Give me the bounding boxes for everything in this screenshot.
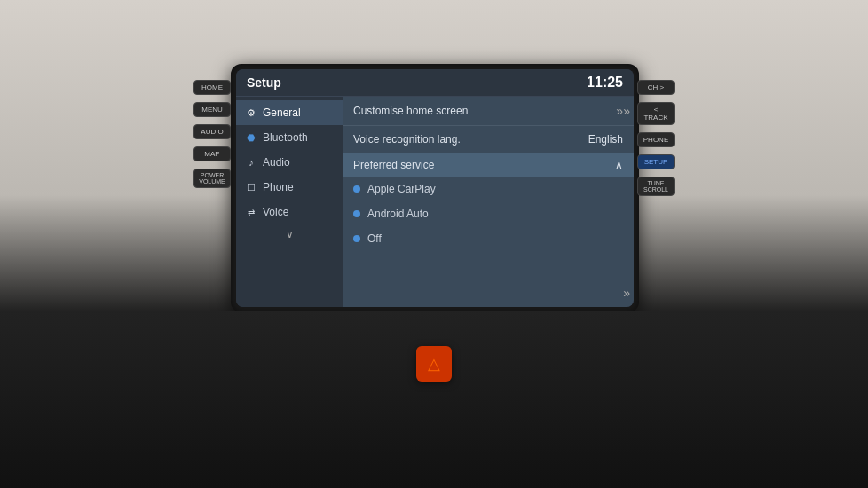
hazard-button[interactable]: △ [416, 346, 452, 382]
android-auto-label: Android Auto [367, 208, 429, 220]
menu-item-general[interactable]: ⚙ General [236, 100, 343, 125]
radio-dot-icon [353, 235, 360, 242]
menu-item-label: Audio [263, 156, 290, 169]
preferred-service-header[interactable]: Preferred service ∧ [343, 153, 634, 177]
apple-carplay-label: Apple CarPlay [367, 183, 436, 195]
left-side-buttons: HOME MENU AUDIO MAP POWERVOLUME [193, 80, 231, 188]
gear-icon: ⚙ [245, 107, 257, 119]
customise-home-item[interactable]: Customise home screen » [343, 97, 634, 126]
tune-scroll-button[interactable]: TUNESCROLL [637, 177, 675, 196]
voice-recognition-value: English [588, 133, 623, 146]
voice-recognition-label: Voice recognition lang. [353, 133, 461, 146]
menu-item-label: General [263, 106, 301, 119]
android-auto-item[interactable]: Android Auto [343, 201, 634, 226]
dashboard-lower [0, 311, 868, 488]
radio-dot-icon [353, 210, 360, 217]
screen-header: Setup 11:25 [236, 69, 634, 97]
apple-carplay-item[interactable]: Apple CarPlay [343, 177, 634, 201]
screen-bezel: Setup 11:25 ⚙ General ⬣ Bluetooth ♪ [231, 64, 639, 312]
map-button[interactable]: MAP [193, 146, 231, 161]
voice-icon: ⇄ [245, 208, 257, 217]
customise-home-label: Customise home screen [353, 105, 468, 117]
menu-item-bluetooth[interactable]: ⬣ Bluetooth [236, 125, 343, 150]
right-content-panel: » Customise home screen » Voice recognit… [343, 97, 634, 307]
car-background: HOME MENU AUDIO MAP POWERVOLUME CH > < T… [0, 0, 868, 488]
chevron-up-icon: ∧ [615, 159, 623, 171]
customise-home-arrow: » [616, 104, 623, 118]
ch-forward-button[interactable]: CH > [637, 80, 675, 95]
off-label: Off [367, 232, 382, 245]
menu-item-label: Bluetooth [263, 131, 308, 144]
audio-button[interactable]: AUDIO [193, 124, 231, 139]
hazard-icon: △ [428, 354, 440, 374]
menu-button[interactable]: MENU [193, 102, 231, 117]
track-button[interactable]: < TRACK [637, 102, 675, 125]
screen-body: ⚙ General ⬣ Bluetooth ♪ Audio ☐ Phone [236, 97, 634, 307]
screen-title: Setup [247, 75, 281, 90]
audio-icon: ♪ [245, 157, 257, 168]
bluetooth-icon: ⬣ [245, 132, 257, 144]
menu-item-audio[interactable]: ♪ Audio [236, 150, 343, 175]
off-item[interactable]: Off [343, 226, 634, 251]
main-screen: Setup 11:25 ⚙ General ⬣ Bluetooth ♪ [236, 69, 634, 307]
menu-item-label: Voice [263, 206, 288, 218]
voice-recognition-item[interactable]: Voice recognition lang. English [343, 126, 634, 153]
screen-time: 11:25 [587, 75, 623, 91]
phone-icon: ☐ [245, 182, 257, 193]
scroll-up-icon[interactable]: » [623, 104, 630, 118]
home-button[interactable]: HOME [193, 80, 231, 95]
menu-item-label: Phone [263, 181, 294, 193]
menu-item-phone[interactable]: ☐ Phone [236, 175, 343, 200]
setup-button[interactable]: SETUP [637, 154, 675, 169]
scroll-down-icon[interactable]: » [623, 286, 630, 300]
left-menu: ⚙ General ⬣ Bluetooth ♪ Audio ☐ Phone [236, 97, 343, 307]
menu-more-button[interactable]: ∨ [236, 224, 343, 244]
menu-item-voice[interactable]: ⇄ Voice [236, 200, 343, 224]
preferred-service-label: Preferred service [353, 159, 434, 171]
radio-dot-icon [353, 185, 360, 193]
right-side-buttons: CH > < TRACK PHONE SETUP TUNESCROLL [637, 80, 675, 196]
phone-button[interactable]: PHONE [637, 132, 675, 147]
chevron-down-icon: ∨ [286, 228, 294, 240]
power-volume-button[interactable]: POWERVOLUME [193, 169, 231, 188]
